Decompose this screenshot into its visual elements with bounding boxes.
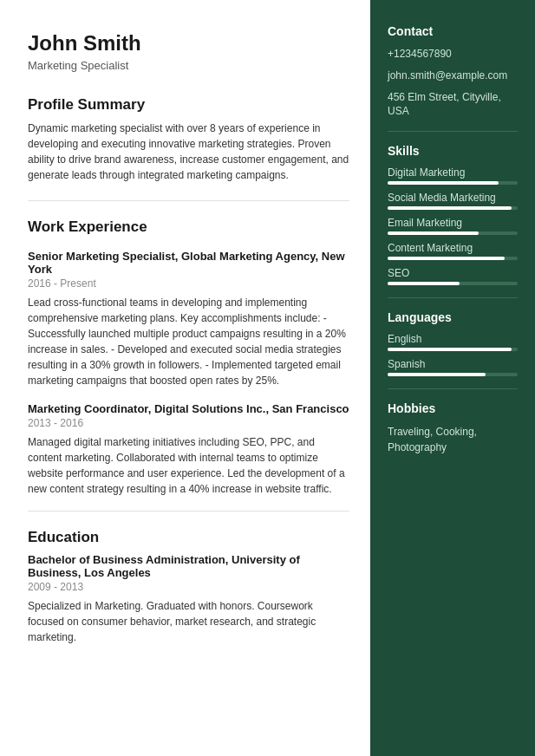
right-divider-2 (388, 297, 518, 298)
job-desc-2: Managed digital marketing initiatives in… (28, 434, 349, 497)
edu-desc-1: Specialized in Marketing. Graduated with… (28, 598, 349, 645)
job-title-2: Marketing Coordinator, Digital Solutions… (28, 402, 349, 415)
languages-section-title: Languages (388, 310, 518, 324)
job-dates-2: 2013 - 2016 (28, 417, 349, 429)
lang-bar-fill-1 (388, 348, 512, 351)
skill-item-1: Digital Marketing (388, 166, 518, 185)
contact-phone: +1234567890 (388, 47, 518, 62)
hobbies-section-title: Hobbies (388, 401, 518, 415)
lang-item-1: English (388, 333, 518, 351)
skill-name-1: Digital Marketing (388, 166, 518, 179)
work-section-title: Work Experience (28, 218, 349, 236)
resume-container: John Smith Marketing Specialist Profile … (0, 0, 535, 756)
education-section-title: Education (28, 529, 349, 546)
skill-bar-bg-1 (388, 181, 518, 185)
profile-summary-text: Dynamic marketing specialist with over 8… (28, 121, 349, 183)
job-title-1: Senior Marketing Specialist, Global Mark… (28, 250, 349, 276)
skill-bar-fill-4 (388, 257, 505, 260)
edu-title-1: Bachelor of Business Administration, Uni… (28, 553, 349, 579)
divider-2 (28, 511, 349, 512)
skill-bar-fill-3 (388, 231, 479, 235)
lang-name-2: Spanish (388, 358, 518, 370)
divider-1 (28, 200, 349, 201)
skill-bar-bg-2 (388, 206, 518, 210)
skill-bar-fill-1 (388, 181, 499, 185)
right-divider-1 (388, 131, 518, 132)
job-desc-1: Lead cross-functional teams in developin… (28, 295, 349, 388)
lang-name-1: English (388, 333, 518, 345)
skill-bar-bg-4 (388, 257, 518, 260)
skill-item-2: Social Media Marketing (388, 192, 518, 210)
lang-bar-fill-2 (388, 373, 486, 376)
skills-section-title: Skills (388, 144, 518, 158)
education-section: Bachelor of Business Administration, Uni… (28, 553, 349, 645)
lang-bar-bg-1 (388, 348, 518, 351)
skill-item-5: SEO (388, 267, 518, 285)
skill-name-3: Email Marketing (388, 217, 518, 229)
hobbies-text: Traveling, Cooking, Photography (388, 424, 518, 455)
left-column: John Smith Marketing Specialist Profile … (0, 0, 370, 756)
skill-name-4: Content Marketing (388, 242, 518, 254)
lang-bar-bg-2 (388, 373, 518, 376)
job-dates-1: 2016 - Present (28, 277, 349, 290)
skill-bar-fill-2 (388, 206, 512, 210)
skill-item-3: Email Marketing (388, 217, 518, 235)
skill-name-2: Social Media Marketing (388, 192, 518, 204)
skill-item-4: Content Marketing (388, 242, 518, 260)
profile-section-title: Profile Summary (28, 96, 349, 114)
contact-email: john.smith@example.com (388, 68, 518, 83)
work-section: Senior Marketing Specialist, Global Mark… (28, 250, 349, 497)
candidate-name: John Smith (28, 31, 349, 55)
contact-section-title: Contact (388, 24, 518, 38)
skill-name-5: SEO (388, 267, 518, 279)
lang-item-2: Spanish (388, 358, 518, 376)
skill-bar-fill-5 (388, 282, 460, 285)
skill-bar-bg-3 (388, 231, 518, 235)
contact-address: 456 Elm Street, Cityville, USA (388, 90, 518, 120)
skill-bar-bg-5 (388, 282, 518, 285)
right-divider-3 (388, 388, 518, 389)
edu-dates-1: 2009 - 2013 (28, 581, 349, 593)
right-column: Contact +1234567890 john.smith@example.c… (370, 0, 535, 756)
candidate-title: Marketing Specialist (28, 59, 349, 72)
